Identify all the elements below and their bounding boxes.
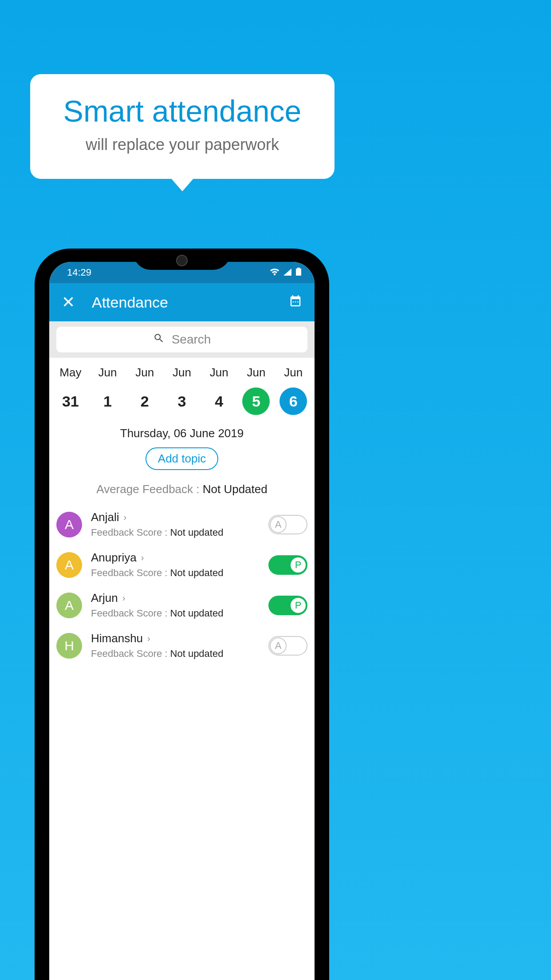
status-icons: [270, 267, 301, 278]
phone-screen: 14:29 ✕ Attendance: [49, 262, 315, 980]
app-bar: ✕ Attendance: [49, 283, 315, 321]
date-item[interactable]: Jun2: [126, 366, 163, 415]
feedback-label: Feedback Score :: [91, 608, 170, 619]
avg-feedback-value: Not Updated: [203, 482, 268, 496]
date-month: Jun: [135, 366, 154, 379]
avatar: A: [56, 512, 82, 537]
date-header: Thursday, 06 June 2019 Add topic: [49, 424, 315, 476]
date-scroll[interactable]: May31Jun1Jun2Jun3Jun4Jun5Jun6: [49, 358, 315, 424]
date-month: Jun: [247, 366, 265, 379]
feedback-value: Not updated: [170, 608, 224, 619]
toggle-knob: A: [270, 516, 287, 533]
phone-notch: [133, 249, 231, 270]
feedback-label: Feedback Score :: [91, 527, 170, 538]
svg-point-3: [295, 301, 296, 303]
avatar: A: [56, 593, 82, 618]
student-info: Anjali›Feedback Score : Not updated: [91, 510, 260, 538]
avatar: H: [56, 633, 82, 659]
battery-icon: [296, 267, 301, 278]
student-name: Arjun: [91, 591, 118, 605]
date-item[interactable]: Jun5: [238, 366, 275, 415]
search-input[interactable]: Search: [56, 327, 307, 352]
student-name: Anjali: [91, 510, 119, 524]
student-name: Anupriya: [91, 551, 137, 565]
student-info: Arjun›Feedback Score : Not updated: [91, 591, 260, 619]
search-icon: [153, 332, 165, 347]
date-day: 3: [168, 387, 196, 415]
toggle-knob: P: [290, 557, 307, 573]
attendance-toggle[interactable]: A: [268, 515, 307, 534]
status-time: 14:29: [67, 267, 91, 278]
student-row[interactable]: AArjun›Feedback Score : Not updatedP: [56, 585, 307, 625]
selected-date: Thursday, 06 June 2019: [49, 427, 315, 440]
student-info: Anupriya›Feedback Score : Not updated: [91, 551, 260, 579]
date-month: Jun: [210, 366, 228, 379]
svg-point-4: [297, 301, 299, 303]
student-row[interactable]: AAnjali›Feedback Score : Not updatedA: [56, 504, 307, 545]
date-month: Jun: [284, 366, 303, 379]
attendance-toggle[interactable]: A: [268, 636, 307, 656]
student-row[interactable]: AAnupriya›Feedback Score : Not updatedP: [56, 545, 307, 585]
student-info: Himanshu›Feedback Score : Not updated: [91, 632, 260, 660]
date-day: 4: [205, 387, 233, 415]
attendance-toggle[interactable]: P: [268, 596, 307, 615]
chevron-right-icon: ›: [122, 593, 126, 603]
close-icon[interactable]: ✕: [62, 293, 75, 312]
toggle-knob: A: [270, 637, 287, 654]
promo-speech-bubble: Smart attendance will replace your paper…: [30, 74, 335, 179]
toggle-knob: P: [290, 597, 307, 614]
date-item[interactable]: Jun1: [89, 366, 126, 415]
svg-rect-1: [297, 268, 300, 269]
date-item[interactable]: Jun4: [201, 366, 238, 415]
promo-subtitle: will replace your paperwork: [39, 135, 326, 154]
student-name: Himanshu: [91, 632, 143, 645]
feedback-value: Not updated: [170, 648, 224, 659]
avatar: A: [56, 552, 82, 578]
calendar-icon[interactable]: [289, 295, 302, 310]
student-row[interactable]: HHimanshu›Feedback Score : Not updatedA: [56, 625, 307, 666]
feedback-label: Feedback Score :: [91, 567, 170, 578]
wifi-icon: [270, 267, 279, 278]
date-day: 6: [279, 387, 307, 415]
student-list: AAnjali›Feedback Score : Not updatedAAAn…: [49, 504, 315, 666]
chevron-right-icon: ›: [147, 633, 150, 644]
date-day: 1: [94, 387, 122, 415]
date-item[interactable]: May31: [52, 366, 89, 415]
chevron-right-icon: ›: [124, 512, 127, 522]
search-placeholder: Search: [172, 332, 211, 347]
date-day: 5: [242, 387, 270, 415]
date-item[interactable]: Jun3: [163, 366, 201, 415]
attendance-toggle[interactable]: P: [268, 555, 307, 575]
search-section: Search: [49, 321, 315, 358]
date-month: Jun: [98, 366, 117, 379]
phone-frame: 14:29 ✕ Attendance: [35, 249, 329, 980]
svg-rect-0: [296, 269, 301, 276]
date-day: 31: [57, 387, 84, 415]
avg-feedback-label: Average Feedback :: [96, 482, 202, 496]
app-title: Attendance: [92, 294, 272, 311]
date-month: May: [59, 366, 81, 379]
feedback-value: Not updated: [170, 567, 224, 578]
add-topic-button[interactable]: Add topic: [146, 447, 218, 470]
chevron-right-icon: ›: [141, 553, 144, 563]
average-feedback: Average Feedback : Not Updated: [49, 476, 315, 504]
promo-title: Smart attendance: [39, 94, 326, 128]
feedback-value: Not updated: [170, 527, 224, 538]
svg-point-2: [293, 301, 294, 303]
date-month: Jun: [173, 366, 191, 379]
signal-icon: [283, 267, 291, 278]
date-item[interactable]: Jun6: [275, 366, 312, 415]
feedback-label: Feedback Score :: [91, 648, 170, 659]
date-day: 2: [131, 387, 158, 415]
